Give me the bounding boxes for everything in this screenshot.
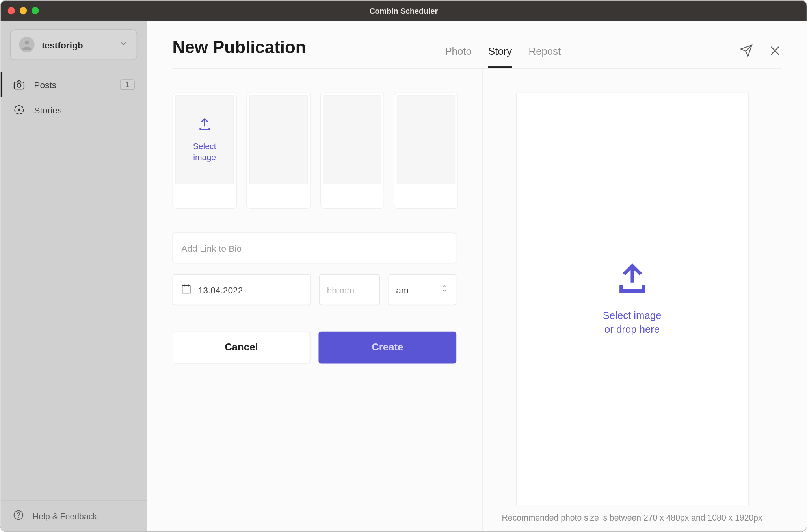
sidebar: testforigb Posts 1 Stories bbox=[1, 21, 147, 531]
empty-image-slot[interactable] bbox=[394, 93, 458, 209]
link-bio-field[interactable] bbox=[173, 232, 457, 263]
help-feedback-label: Help & Feedback bbox=[33, 511, 97, 521]
empty-image-slot[interactable] bbox=[246, 93, 311, 209]
link-bio-input[interactable] bbox=[181, 243, 447, 253]
tab-photo[interactable]: Photo bbox=[445, 46, 471, 68]
form-column: Selectimage bbox=[173, 69, 483, 531]
help-icon bbox=[13, 509, 24, 523]
sidebar-item-label: Stories bbox=[34, 105, 135, 115]
close-icon[interactable] bbox=[768, 44, 781, 59]
main-panel: New Publication Photo Story Repost bbox=[147, 21, 807, 531]
stories-icon bbox=[13, 103, 26, 116]
svg-rect-1 bbox=[14, 82, 24, 89]
svg-point-2 bbox=[17, 83, 21, 87]
svg-rect-9 bbox=[182, 285, 190, 293]
time-field[interactable] bbox=[319, 274, 380, 305]
create-button[interactable]: Create bbox=[318, 332, 456, 364]
page-title: New Publication bbox=[173, 37, 306, 68]
time-input[interactable] bbox=[327, 285, 372, 295]
sidebar-nav: Posts 1 Stories bbox=[1, 66, 147, 128]
header: New Publication Photo Story Repost bbox=[173, 37, 782, 69]
sidebar-item-label: Posts bbox=[34, 80, 112, 90]
account-selector[interactable]: testforigb bbox=[10, 29, 137, 60]
help-feedback-button[interactable]: Help & Feedback bbox=[1, 500, 147, 531]
ampm-select[interactable]: am bbox=[389, 274, 457, 305]
image-dropzone[interactable]: Select imageor drop here bbox=[516, 93, 748, 506]
avatar-icon bbox=[19, 37, 34, 52]
posts-count-badge: 1 bbox=[120, 79, 135, 90]
date-field[interactable] bbox=[173, 274, 311, 305]
stepper-icon bbox=[440, 283, 448, 296]
cancel-button[interactable]: Cancel bbox=[173, 332, 311, 364]
tab-repost[interactable]: Repost bbox=[529, 46, 561, 68]
preview-column: Select imageor drop here Recommended pho… bbox=[483, 69, 782, 531]
window-controls bbox=[8, 7, 39, 14]
svg-point-0 bbox=[25, 40, 29, 44]
close-window-button[interactable] bbox=[8, 7, 15, 14]
ampm-value: am bbox=[396, 285, 409, 295]
send-icon[interactable] bbox=[740, 44, 753, 59]
select-image-label: Selectimage bbox=[193, 141, 216, 163]
upload-icon bbox=[197, 117, 212, 135]
publication-tabs: Photo Story Repost bbox=[445, 46, 561, 68]
chevron-down-icon bbox=[119, 39, 128, 50]
maximize-window-button[interactable] bbox=[32, 7, 39, 14]
titlebar: Combin Scheduler bbox=[1, 1, 807, 21]
image-slots: Selectimage bbox=[173, 93, 458, 209]
window-title: Combin Scheduler bbox=[369, 6, 438, 15]
camera-icon bbox=[13, 78, 26, 91]
account-name: testforigb bbox=[42, 40, 112, 50]
date-input[interactable] bbox=[198, 285, 303, 295]
empty-image-slot[interactable] bbox=[320, 93, 384, 209]
upload-icon bbox=[615, 262, 649, 298]
app-window: Combin Scheduler testforigb Posts 1 bbox=[0, 0, 807, 532]
recommended-size-text: Recommended photo size is between 270 x … bbox=[502, 512, 762, 524]
minimize-window-button[interactable] bbox=[20, 7, 27, 14]
dropzone-label: Select imageor drop here bbox=[603, 310, 662, 337]
sidebar-item-stories[interactable]: Stories bbox=[1, 97, 147, 122]
tab-story[interactable]: Story bbox=[488, 46, 512, 68]
sidebar-item-posts[interactable]: Posts 1 bbox=[1, 72, 147, 97]
select-image-slot[interactable]: Selectimage bbox=[173, 93, 237, 209]
calendar-icon bbox=[180, 283, 192, 297]
svg-point-4 bbox=[18, 109, 20, 111]
svg-point-6 bbox=[18, 517, 19, 518]
